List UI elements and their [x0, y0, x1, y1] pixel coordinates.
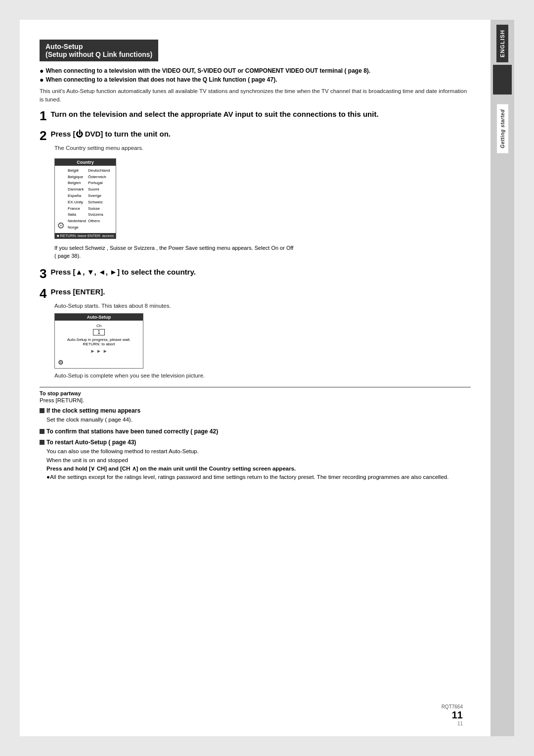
divider: [40, 387, 471, 387]
step-3-text: Press [▲, ▼, ◄, ►] to select the country…: [50, 267, 195, 277]
bullet-item-1: ● When connecting to a television with t…: [40, 67, 471, 74]
country-columns: België Belgique Belgien Danmark España E…: [68, 168, 110, 231]
step-4-header: 4 Press [ENTER].: [40, 287, 471, 300]
country-col-1: België Belgique Belgien Danmark España E…: [68, 168, 86, 231]
step-4-number: 4: [40, 287, 46, 300]
step-2-number: 2: [40, 129, 46, 142]
stop-text: Press [RETURN].: [40, 397, 471, 403]
autosetup-ch-number: 1: [93, 329, 105, 335]
step-3-number: 3: [40, 267, 46, 280]
restart-intro: You can also use the following method to…: [46, 447, 471, 481]
restart-bold-text: Press and hold [∨ CH] and [CH ∧] on the …: [46, 466, 296, 472]
bullet-section: ● When connecting to a television with t…: [40, 67, 471, 83]
step-1: 1 Turn on the television and select the …: [40, 109, 471, 122]
autosetup-screen-title: Auto-Setup: [55, 314, 143, 321]
stop-label: To stop partway: [40, 390, 471, 396]
step-4-sub: Auto-Setup starts. This takes about 8 mi…: [54, 302, 471, 310]
bullet-dot-2: ●: [40, 76, 44, 83]
getting-started-tab: Getting started: [497, 104, 508, 153]
step-2-text: Press [⏻ DVD] to turn the unit on.: [50, 129, 171, 139]
restart-bullet: ●All the settings except for the ratings…: [46, 474, 448, 480]
step-4-text: Press [ENTER].: [50, 287, 105, 297]
restart-title: To restart Auto-Setup ( page 43): [46, 439, 136, 446]
page-number: 11: [442, 709, 463, 721]
country-screen-mockup: Country ⚙ België Belgique Belgien Danmar…: [54, 158, 116, 239]
bullet-text-2: When connecting to a television that doe…: [45, 76, 277, 83]
description-text: This unit's Auto-Setup function automati…: [40, 87, 471, 104]
country-screen-icon: ⚙: [57, 220, 65, 231]
step-1-number: 1: [40, 109, 46, 122]
autosetup-ch-label: Ch: [58, 324, 140, 328]
sidebar-black-block: [493, 65, 512, 94]
country-col-2: Deutschland Österreich Portugal Suomi Sv…: [88, 168, 110, 231]
confirm-square-icon: [40, 429, 44, 434]
autosetup-screen: Auto-Setup Ch 1 Auto-Setup in progress, …: [54, 313, 143, 369]
step-4: 4 Press [ENTER]. Auto-Setup starts. This…: [40, 287, 471, 380]
step-2-note: If you select Schweiz , Suisse or Svizze…: [54, 244, 471, 260]
title-main: Auto-Setup: [45, 43, 152, 50]
confirm-title: To confirm that stations have been tuned…: [46, 428, 218, 435]
bottom-right: RQT7664 11 11: [442, 704, 463, 726]
clock-body: Set the clock manually ( page 44).: [46, 416, 471, 424]
restart-section: To restart Auto-Setup ( page 43) You can…: [40, 439, 471, 481]
autosetup-screen-body: Ch 1 Auto-Setup in progress, please wait…: [55, 321, 143, 357]
bullet-dot-1: ●: [40, 67, 44, 74]
clock-title: If the clock setting menu appears: [46, 407, 140, 414]
country-screen-body: ⚙ België Belgique Belgien Danmark España…: [55, 166, 116, 233]
restart-when: When the unit is on and stopped: [46, 457, 128, 463]
country-screen-title: Country: [55, 159, 116, 166]
clock-square-icon: [40, 408, 44, 413]
title-sub: (Setup without Q Link functions): [45, 50, 152, 58]
clock-header: If the clock setting menu appears: [40, 407, 471, 414]
step-3-header: 3 Press [▲, ▼, ◄, ►] to select the count…: [40, 267, 471, 280]
country-screen-footer: ■ RETURN: leave ENTER: access: [55, 233, 116, 238]
page-small: 11: [442, 721, 463, 726]
restart-square-icon: [40, 440, 44, 445]
rqt-code: RQT7664: [442, 704, 463, 709]
autosetup-icon-row: ⚙: [55, 357, 143, 368]
restart-intro-text: You can also use the following method to…: [46, 448, 199, 454]
step-2-sub: The Country setting menu appears.: [54, 144, 471, 152]
right-sidebar: ENGLISH Getting started: [490, 20, 514, 736]
step-3: 3 Press [▲, ▼, ◄, ►] to select the count…: [40, 267, 471, 280]
step-2-header: 2 Press [⏻ DVD] to turn the unit on.: [40, 129, 471, 142]
bullet-text-1: When connecting to a television with the…: [45, 67, 370, 74]
step-1-header: 1 Turn on the television and select the …: [40, 109, 471, 122]
confirm-header: To confirm that stations have been tuned…: [40, 428, 471, 435]
english-tab: ENGLISH: [496, 25, 508, 62]
title-box: Auto-Setup (Setup without Q Link functio…: [40, 40, 158, 61]
step-2: 2 Press [⏻ DVD] to turn the unit on. The…: [40, 129, 471, 260]
stop-section: To stop partway Press [RETURN].: [40, 390, 471, 403]
bullet-item-2: ● When connecting to a television that d…: [40, 76, 471, 83]
restart-header: To restart Auto-Setup ( page 43): [40, 439, 471, 446]
autosetup-gear-icon: ⚙: [58, 359, 64, 366]
step-4-complete: Auto-Setup is complete when you see the …: [54, 372, 471, 380]
autosetup-message: Auto-Setup in progress, please wait.RETU…: [58, 337, 140, 346]
step-1-text: Turn on the television and select the ap…: [50, 109, 378, 119]
clock-section: If the clock setting menu appears Set th…: [40, 407, 471, 424]
autosetup-arrows: ► ► ►: [58, 348, 140, 354]
confirm-section: To confirm that stations have been tuned…: [40, 428, 471, 435]
